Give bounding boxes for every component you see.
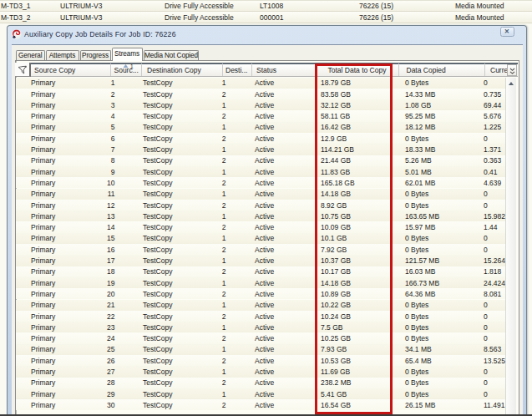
svg-text:1: 1 [130, 63, 134, 68]
